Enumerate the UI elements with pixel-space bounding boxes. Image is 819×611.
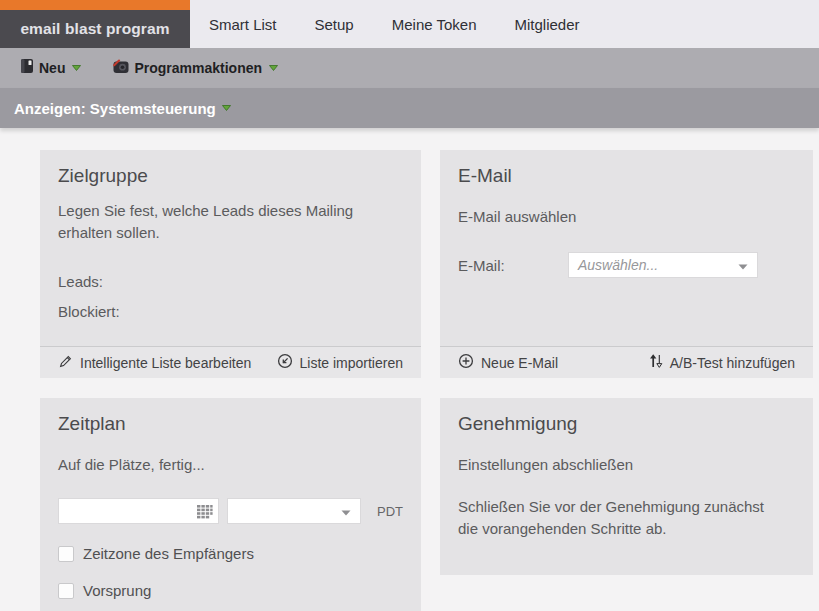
chevron-down-icon bbox=[341, 502, 351, 520]
view-selector-label: Anzeigen: Systemsteuerung bbox=[14, 100, 216, 117]
audience-description: Legen Sie fest, welche Leads dieses Mail… bbox=[58, 200, 403, 244]
schedule-panel: Zeitplan Auf die Plätze, fertig... bbox=[40, 398, 421, 611]
schedule-date-field bbox=[58, 498, 219, 524]
recipient-timezone-row: Zeitzone des Empfängers bbox=[58, 545, 403, 562]
ab-test-arrows-icon bbox=[649, 354, 663, 371]
tab-meine-token[interactable]: Meine Token bbox=[373, 0, 496, 48]
nav-tabs: Smart List Setup Meine Token Mitglieder bbox=[190, 0, 599, 48]
schedule-subtitle: Auf die Plätze, fertig... bbox=[58, 454, 403, 476]
schedule-date-input[interactable] bbox=[59, 499, 218, 523]
tab-mitglieder[interactable]: Mitglieder bbox=[496, 0, 599, 48]
notebook-icon bbox=[20, 58, 34, 78]
leads-label: Leads: bbox=[58, 271, 403, 293]
tab-email-blast-program[interactable]: email blast program bbox=[0, 0, 190, 48]
approval-panel: Genehmigung Einstellungen abschließen Sc… bbox=[440, 398, 813, 575]
email-panel-footer: Neue E-Mail A/B-Test hinzufügen bbox=[440, 346, 813, 378]
program-actions-label: Programmaktionen bbox=[134, 60, 262, 76]
toolbar: Neu Programmaktionen bbox=[0, 48, 819, 88]
blocked-label: Blockiert: bbox=[58, 301, 403, 323]
email-select[interactable]: Auswählen... bbox=[568, 252, 758, 278]
program-actions-button[interactable]: Programmaktionen bbox=[113, 59, 278, 78]
email-subtitle: E-Mail auswählen bbox=[458, 206, 795, 228]
approval-panel-title: Genehmigung bbox=[440, 398, 813, 436]
tab-setup[interactable]: Setup bbox=[296, 0, 373, 48]
active-tab-accent-bar bbox=[0, 0, 190, 10]
new-button-label: Neu bbox=[39, 60, 65, 76]
new-email-label: Neue E-Mail bbox=[481, 355, 558, 371]
chevron-down-icon bbox=[72, 65, 81, 71]
view-selector[interactable]: Anzeigen: Systemsteuerung bbox=[0, 88, 819, 128]
import-list-icon bbox=[277, 353, 293, 372]
recipient-timezone-label: Zeitzone des Empfängers bbox=[83, 545, 254, 562]
chevron-down-icon bbox=[738, 256, 748, 274]
new-email-link[interactable]: Neue E-Mail bbox=[458, 353, 558, 372]
schedule-panel-title: Zeitplan bbox=[40, 398, 421, 436]
chevron-down-icon bbox=[222, 105, 231, 111]
email-panel-title: E-Mail bbox=[440, 150, 813, 188]
import-list-link[interactable]: Liste importieren bbox=[277, 353, 404, 372]
pencil-icon bbox=[58, 354, 73, 372]
plus-circle-icon bbox=[458, 353, 474, 372]
audience-panel-title: Zielgruppe bbox=[40, 150, 421, 188]
head-start-row: Vorsprung bbox=[58, 582, 403, 599]
calendar-icon[interactable] bbox=[196, 504, 213, 523]
content-area: Zielgruppe Legen Sie fest, welche Leads … bbox=[0, 128, 819, 611]
new-button[interactable]: Neu bbox=[20, 58, 81, 78]
chevron-down-icon bbox=[269, 65, 278, 71]
recipient-timezone-checkbox[interactable] bbox=[58, 546, 74, 562]
approval-subtitle: Einstellungen abschließen bbox=[458, 454, 795, 476]
audience-panel: Zielgruppe Legen Sie fest, welche Leads … bbox=[40, 150, 421, 378]
ab-test-label: A/B-Test hinzufügen bbox=[670, 355, 795, 371]
tab-smart-list[interactable]: Smart List bbox=[190, 0, 296, 48]
edit-smart-list-link[interactable]: Intelligente Liste bearbeiten bbox=[58, 354, 251, 372]
email-field-label: E-Mail: bbox=[458, 257, 568, 274]
import-list-label: Liste importieren bbox=[300, 355, 404, 371]
head-start-label: Vorsprung bbox=[83, 582, 151, 599]
program-tab-bar: email blast program Smart List Setup Mei… bbox=[0, 0, 819, 48]
head-start-checkbox[interactable] bbox=[58, 583, 74, 599]
audience-panel-footer: Intelligente Liste bearbeiten Liste impo… bbox=[40, 346, 421, 378]
edit-smart-list-label: Intelligente Liste bearbeiten bbox=[80, 355, 251, 371]
approval-note: Schließen Sie vor der Genehmigung zunäch… bbox=[458, 496, 788, 540]
timezone-label: PDT bbox=[377, 504, 403, 519]
email-panel: E-Mail E-Mail auswählen E-Mail: Auswähle… bbox=[440, 150, 813, 378]
app-window: email blast program Smart List Setup Mei… bbox=[0, 0, 819, 128]
schedule-time-select[interactable] bbox=[227, 498, 361, 524]
email-select-placeholder: Auswählen... bbox=[578, 257, 658, 273]
program-actions-icon bbox=[113, 59, 129, 78]
program-tab-label: email blast program bbox=[20, 20, 169, 38]
ab-test-link[interactable]: A/B-Test hinzufügen bbox=[649, 354, 795, 371]
